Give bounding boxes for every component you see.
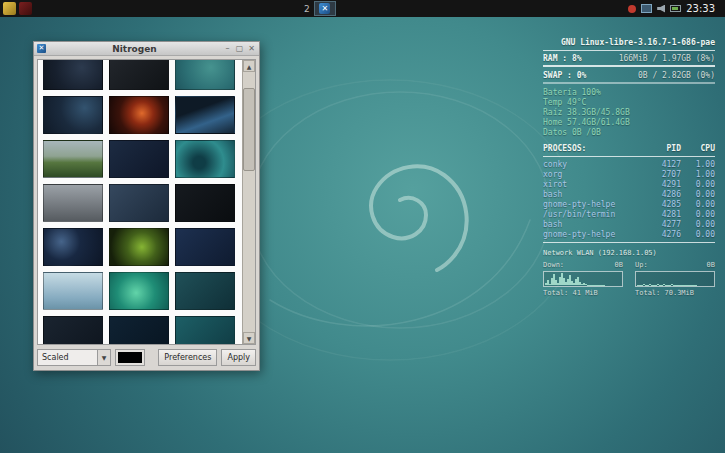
bg-color-swatch <box>118 352 142 363</box>
nitrogen-window: ✕ Nitrogen – ▢ ✕ ▲ ▼ Scaled ▼ <box>33 41 260 371</box>
stat-line: Batería 100% <box>543 88 715 98</box>
panel-clock: 23:33 <box>686 3 715 14</box>
up-graph <box>635 271 715 287</box>
process-row: gnome-pty-helpe42850.00 <box>543 200 715 210</box>
mail-launcher-icon[interactable] <box>3 2 16 15</box>
wallpaper-thumbnail[interactable] <box>175 96 235 134</box>
ram-bar <box>543 65 715 67</box>
window-buttons: – ▢ ✕ <box>223 44 256 53</box>
down-speed: 0B <box>615 260 623 270</box>
wallpaper-thumbnail[interactable] <box>175 184 235 222</box>
record-indicator-icon[interactable] <box>628 5 636 13</box>
scrollbar[interactable]: ▲ ▼ <box>242 60 255 344</box>
wallpaper-grid <box>38 60 242 344</box>
wallpaper-thumbnail[interactable] <box>109 96 169 134</box>
bottom-controls: Scaled ▼ Preferences Apply <box>37 348 256 367</box>
wallpaper-thumbnail[interactable] <box>109 140 169 178</box>
wallpaper-thumbnail[interactable] <box>109 228 169 266</box>
swap-row: SWAP : 0% 0B / 2.82GB (0%) <box>543 71 715 81</box>
wallpaper-thumbnail[interactable] <box>175 316 235 344</box>
process-title: PROCESOS: <box>543 144 647 154</box>
wallpaper-thumbnail[interactable] <box>109 272 169 310</box>
down-total: Total: 41 MiB <box>543 288 623 298</box>
window-title: Nitrogen <box>46 44 223 54</box>
taskbar: 2 ✕ <box>304 1 336 16</box>
top-panel: 2 ✕ 23:33 <box>0 0 725 17</box>
minimize-button[interactable]: – <box>223 44 232 53</box>
bg-color-button[interactable] <box>115 349 145 366</box>
ram-label: RAM : 8% <box>543 54 582 64</box>
down-graph <box>543 271 623 287</box>
chevron-down-icon: ▼ <box>97 350 110 365</box>
scroll-up-icon[interactable]: ▲ <box>243 60 255 72</box>
window-icon: ✕ <box>37 44 46 53</box>
network-tray-icon[interactable] <box>641 4 652 13</box>
package-launcher-icon[interactable] <box>19 2 32 15</box>
download-column: Down: 0B Total: 41 MiB <box>543 260 623 298</box>
up-speed: 0B <box>707 260 715 270</box>
system-stats: Batería 100%Temp 49°CRaíz 38.3GB/45.8GBH… <box>543 88 715 138</box>
wallpaper-viewport <box>38 60 242 344</box>
wallpaper-thumbnail[interactable] <box>43 140 103 178</box>
scroll-down-icon[interactable]: ▼ <box>243 332 255 344</box>
process-row: xorg27071.00 <box>543 170 715 180</box>
workspace-indicator[interactable]: 2 <box>304 4 310 14</box>
system-tray: 23:33 <box>628 3 719 14</box>
up-total: Total: 70.3MiB <box>635 288 715 298</box>
wallpaper-thumbnail[interactable] <box>175 272 235 310</box>
wallpaper-thumbnail[interactable] <box>109 60 169 90</box>
nitrogen-titlebar[interactable]: ✕ Nitrogen – ▢ ✕ <box>34 42 259 56</box>
stat-line: Home 57.4GB/61.4GB <box>543 118 715 128</box>
cpu-header: CPU <box>681 144 715 154</box>
down-label: Down: <box>543 260 564 270</box>
swap-bar <box>543 82 715 84</box>
process-row: bash42770.00 <box>543 220 715 230</box>
wallpaper-list-frame: ▲ ▼ <box>37 59 256 345</box>
process-row: xirot42910.00 <box>543 180 715 190</box>
wallpaper-thumbnail[interactable] <box>175 228 235 266</box>
kernel-version: GNU Linux-libre-3.16.7-1-686-pae <box>543 38 715 48</box>
wallpaper-thumbnail[interactable] <box>175 140 235 178</box>
scrollbar-track[interactable] <box>243 72 255 332</box>
wallpaper-thumbnail[interactable] <box>109 184 169 222</box>
wallpaper-thumbnail[interactable] <box>43 316 103 344</box>
mode-select-value: Scaled <box>38 353 97 362</box>
scrollbar-thumb[interactable] <box>243 88 255 171</box>
process-row: conky41271.00 <box>543 160 715 170</box>
process-list: conky41271.00xorg27071.00xirot42910.00ba… <box>543 160 715 240</box>
process-row: gnome-pty-helpe42760.00 <box>543 230 715 240</box>
up-label: Up: <box>635 260 648 270</box>
ram-row: RAM : 8% 166MiB / 1.97GB (8%) <box>543 54 715 64</box>
volume-tray-icon[interactable] <box>657 5 665 13</box>
close-button[interactable]: ✕ <box>247 44 256 53</box>
mode-select[interactable]: Scaled ▼ <box>37 349 111 366</box>
swap-value: 0B / 2.82GB (0%) <box>638 71 715 81</box>
wallpaper-thumbnail[interactable] <box>43 60 103 90</box>
apply-button[interactable]: Apply <box>221 349 256 366</box>
process-row: /usr/bin/termin42810.00 <box>543 210 715 220</box>
preferences-button[interactable]: Preferences <box>158 349 217 366</box>
wallpaper-thumbnail[interactable] <box>43 272 103 310</box>
stat-line: Raíz 38.3GB/45.8GB <box>543 108 715 118</box>
process-row: bash42860.00 <box>543 190 715 200</box>
taskbar-item-nitrogen[interactable]: ✕ <box>314 1 336 16</box>
battery-tray-icon[interactable] <box>670 5 681 12</box>
wallpaper-thumbnail[interactable] <box>175 60 235 90</box>
divider <box>543 242 715 243</box>
network-graphs: Down: 0B Total: 41 MiB Up: 0B Total: 70.… <box>543 260 715 298</box>
wallpaper-thumbnail[interactable] <box>43 96 103 134</box>
network-title: Network WLAN (192.168.1.05) <box>543 248 715 258</box>
wallpaper-thumbnail[interactable] <box>43 184 103 222</box>
nitrogen-icon: ✕ <box>319 3 330 14</box>
nitrogen-body: ▲ ▼ Scaled ▼ Preferences Apply <box>34 56 259 370</box>
stat-line: Datos 0B /0B <box>543 128 715 138</box>
wallpaper-thumbnail[interactable] <box>109 316 169 344</box>
wallpaper-thumbnail[interactable] <box>43 228 103 266</box>
conky-monitor: GNU Linux-libre-3.16.7-1-686-pae RAM : 8… <box>543 38 715 298</box>
pid-header: PID <box>647 144 681 154</box>
process-header: PROCESOS: PID CPU <box>543 144 715 154</box>
maximize-button[interactable]: ▢ <box>235 44 244 53</box>
ram-value: 166MiB / 1.97GB (8%) <box>619 54 715 64</box>
stat-line: Temp 49°C <box>543 98 715 108</box>
swap-label: SWAP : 0% <box>543 71 586 81</box>
